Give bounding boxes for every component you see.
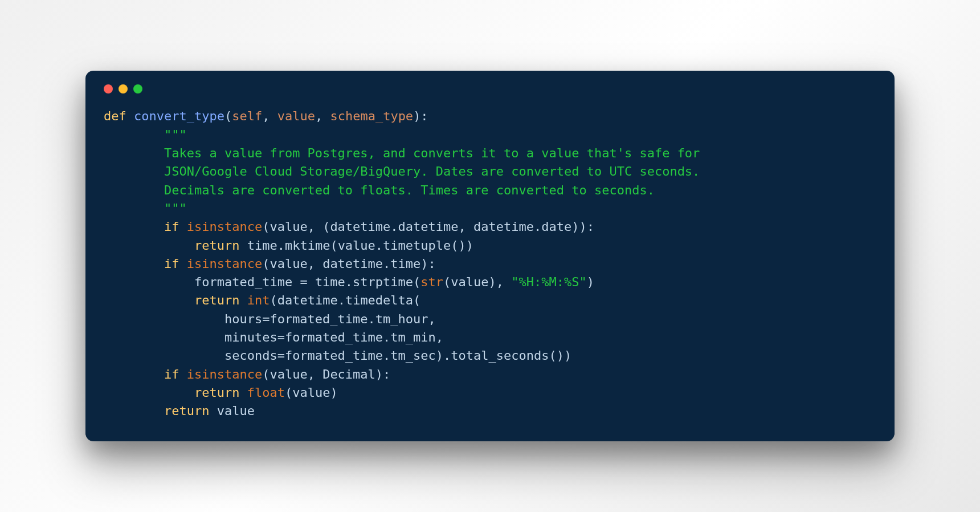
- builtin-float: float: [247, 385, 285, 400]
- paren-close: ):: [413, 109, 428, 123]
- code-text: time.mktime(value.timetuple()): [247, 238, 473, 253]
- space: [239, 385, 247, 400]
- code-text: (value, datetime.time):: [262, 257, 436, 271]
- param-value: value: [277, 109, 315, 123]
- keyword-return: return: [164, 404, 209, 418]
- code-text: value: [217, 404, 255, 418]
- code-text: formated_time = time.strptime(: [194, 275, 420, 289]
- indent: [104, 385, 194, 400]
- builtin-int: int: [247, 293, 270, 307]
- code-text: (value, (datetime.datetime, datetime.dat…: [262, 220, 594, 234]
- function-name: convert_type: [134, 109, 224, 123]
- docstring-close: """: [104, 201, 187, 216]
- code-text: (value): [285, 385, 338, 400]
- indent: [104, 275, 194, 289]
- code-block: def convert_type(self, value, schema_typ…: [104, 107, 876, 421]
- comma: ,: [262, 109, 277, 123]
- builtin-isinstance: isinstance: [187, 257, 262, 271]
- docstring-line: Takes a value from Postgres, and convert…: [104, 146, 700, 160]
- space: [239, 238, 247, 253]
- code-text: seconds=formated_time.tm_sec).total_seco…: [104, 348, 571, 363]
- space: [209, 404, 217, 418]
- keyword-return: return: [194, 385, 239, 400]
- space: [179, 220, 186, 234]
- paren-close: ): [587, 275, 594, 289]
- docstring-open: """: [104, 128, 187, 142]
- code-window: def convert_type(self, value, schema_typ…: [85, 71, 895, 441]
- maximize-icon: [133, 84, 142, 94]
- indent: [104, 404, 164, 418]
- minimize-icon: [119, 84, 128, 94]
- indent: [104, 293, 194, 307]
- code-text: (value, Decimal):: [262, 367, 390, 381]
- builtin-isinstance: isinstance: [187, 367, 262, 381]
- builtin-isinstance: isinstance: [187, 220, 262, 234]
- keyword-if: if: [164, 220, 179, 234]
- docstring-line: Decimals are converted to floats. Times …: [104, 183, 655, 197]
- space: [239, 293, 247, 307]
- docstring-line: JSON/Google Cloud Storage/BigQuery. Date…: [104, 164, 700, 178]
- keyword-if: if: [164, 257, 179, 271]
- space: [179, 257, 186, 271]
- traffic-lights: [104, 84, 876, 94]
- param-schema-type: schema_type: [330, 109, 413, 123]
- builtin-str: str: [420, 275, 443, 289]
- param-self: self: [232, 109, 262, 123]
- string-literal: "%H:%M:%S": [511, 275, 586, 289]
- code-text: (value),: [443, 275, 511, 289]
- keyword-def: def: [104, 109, 126, 123]
- keyword-return: return: [194, 293, 239, 307]
- indent: [104, 367, 164, 381]
- code-text: minutes=formated_time.tm_min,: [104, 330, 443, 344]
- keyword-if: if: [164, 367, 179, 381]
- close-icon: [104, 84, 113, 94]
- indent: [104, 238, 194, 253]
- code-text: hours=formated_time.tm_hour,: [104, 312, 436, 326]
- keyword-return: return: [194, 238, 239, 253]
- paren: (: [224, 109, 232, 123]
- indent: [104, 257, 164, 271]
- space: [179, 367, 186, 381]
- code-text: (datetime.timedelta(: [270, 293, 420, 307]
- indent: [104, 220, 164, 234]
- comma: ,: [315, 109, 330, 123]
